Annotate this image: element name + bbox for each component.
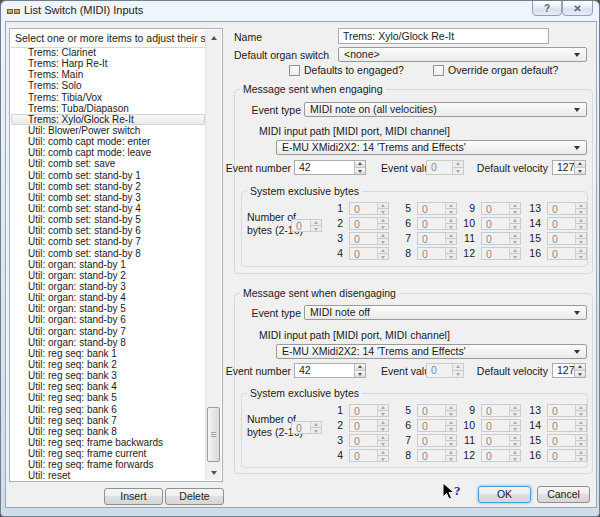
sysex-byte-number: 2: [319, 419, 343, 432]
disengaging-event-type-select[interactable]: MIDI note off: [304, 305, 587, 320]
list-item[interactable]: Util: reg seq: bank 5: [11, 392, 205, 403]
sysex-byte-number: 5: [387, 202, 411, 215]
titlebar-help-button[interactable]: ?: [532, 0, 562, 16]
list-item[interactable]: Util: organ: stand-by 2: [11, 270, 205, 281]
sysex-byte-number: 14: [517, 217, 541, 230]
spin-down-icon[interactable]: [574, 168, 585, 174]
list-item[interactable]: Util: comb set: stand-by 1: [11, 170, 205, 181]
list-item[interactable]: Util: comb capt mode: leave: [11, 147, 205, 158]
list-item[interactable]: Trems: Tibia/Vox: [11, 92, 205, 103]
name-input[interactable]: [338, 28, 549, 44]
engaging-midi-path-value: E-MU XMidi2X2: 14 'Trems and Effects': [282, 141, 466, 153]
sysex-byte-input: 0: [481, 217, 521, 230]
disengaging-default-velocity-input[interactable]: 127: [552, 363, 586, 378]
list-item[interactable]: Util: organ: stand-by 5: [11, 303, 205, 314]
delete-button[interactable]: Delete: [165, 488, 224, 505]
list-item[interactable]: Util: comb capt mode: enter: [11, 136, 205, 147]
list-item[interactable]: Trems: Harp Re-It: [11, 58, 205, 69]
sysex-byte-value: 0: [486, 405, 492, 417]
sysex-byte-value: 0: [486, 203, 492, 215]
sysex-byte-value: 0: [486, 218, 492, 230]
spin-up-icon[interactable]: [574, 364, 585, 371]
sysex-byte-value: 0: [354, 450, 360, 462]
sysex-byte-value: 0: [486, 435, 492, 447]
list-item[interactable]: Util: comb set: stand-by 2: [11, 181, 205, 192]
spin-down-icon[interactable]: [574, 371, 585, 377]
engaging-event-number-input[interactable]: 42: [294, 160, 366, 175]
defaults-to-engaged-checkbox[interactable]: [289, 65, 300, 76]
engaging-event-type-value: MIDI note on (all velocities): [310, 103, 437, 115]
sysex-byte-input: 0: [349, 247, 389, 260]
defaults-to-engaged-label: Defaults to engaged?: [304, 64, 404, 77]
list-item[interactable]: Util: reg seq: bank 3: [11, 370, 205, 381]
default-organ-switch-label: Default organ switch: [234, 49, 329, 62]
engaging-sysex-grid: 102030405060708090100110120130140150160: [1, 202, 600, 262]
sysex-byte-number: 12: [451, 449, 475, 462]
list-item[interactable]: Util: reg seq: bank 4: [11, 381, 205, 392]
sysex-byte-input: 0: [349, 232, 389, 245]
disengaging-event-number-value: 42: [299, 365, 311, 376]
sysex-byte-value: 0: [354, 248, 360, 260]
sysex-byte-number: 12: [451, 247, 475, 260]
sysex-byte-number: 14: [517, 419, 541, 432]
ok-button[interactable]: OK: [478, 486, 531, 503]
engaging-event-type-select[interactable]: MIDI note on (all velocities): [304, 102, 587, 117]
sysex-byte-value: 0: [552, 203, 558, 215]
default-organ-switch-select[interactable]: <none>: [338, 47, 587, 62]
sysex-byte-input: 0: [547, 404, 587, 417]
spin-down-icon: [575, 426, 586, 431]
list-item[interactable]: Util: reg seq: bank 2: [11, 359, 205, 370]
disengaging-midi-path-select[interactable]: E-MU XMidi2X2: 14 'Trems and Effects': [276, 344, 587, 359]
insert-button[interactable]: Insert: [104, 488, 163, 505]
engaging-default-velocity-input[interactable]: 127: [552, 160, 586, 175]
disengaging-default-velocity-value: 127: [557, 365, 575, 376]
list-item[interactable]: Util: reset: [11, 470, 205, 480]
sysex-byte-value: 0: [422, 420, 428, 432]
engaging-default-velocity-value: 127: [557, 162, 575, 173]
list-item[interactable]: Trems: Main: [11, 69, 205, 80]
sysex-byte-value: 0: [486, 420, 492, 432]
help-cursor-icon: ?: [442, 482, 468, 502]
engaging-midi-path-select[interactable]: E-MU XMidi2X2: 14 'Trems and Effects': [276, 140, 587, 155]
sysex-byte-number: 13: [517, 404, 541, 417]
disengaging-group-label: Message sent when disengaging: [240, 287, 399, 299]
spin-up-icon[interactable]: [354, 161, 365, 168]
list-item[interactable]: Trems: Xylo/Glock Re-It: [11, 114, 205, 125]
list-item[interactable]: Trems: Clarinet: [11, 47, 205, 58]
engaging-default-velocity-label: Default velocity: [451, 162, 548, 175]
list-item[interactable]: Util: comb set: save: [11, 158, 205, 169]
list-item[interactable]: Util: organ: stand-by 4: [11, 292, 205, 303]
spin-down-icon[interactable]: [354, 168, 365, 174]
list-item[interactable]: Util: organ: stand-by 6: [11, 314, 205, 325]
list-item[interactable]: Util: organ: stand-by 3: [11, 281, 205, 292]
sysex-byte-number: 1: [319, 202, 343, 215]
scroll-up-icon[interactable]: [206, 30, 221, 45]
disengaging-event-number-input[interactable]: 42: [294, 363, 366, 378]
sysex-byte-input: 0: [349, 434, 389, 447]
sysex-byte-value: 0: [422, 233, 428, 245]
list-item[interactable]: Util: organ: stand-by 8: [11, 337, 205, 348]
sysex-byte-input: 0: [547, 202, 587, 215]
sysex-byte-value: 0: [552, 405, 558, 417]
list-item[interactable]: Trems: Solo: [11, 80, 205, 91]
spin-down-icon[interactable]: [354, 371, 365, 377]
disengaging-event-number-label: Event number: [191, 365, 291, 378]
spin-up-icon[interactable]: [574, 161, 585, 168]
override-organ-default-checkbox[interactable]: [433, 65, 444, 76]
spin-up-icon[interactable]: [354, 364, 365, 371]
close-icon[interactable]: ✕: [562, 0, 593, 16]
sysex-byte-value: 0: [552, 450, 558, 462]
list-item[interactable]: Util: Blower/Power switch: [11, 125, 205, 136]
sysex-byte-number: 7: [387, 434, 411, 447]
cancel-button[interactable]: Cancel: [537, 486, 590, 503]
disengaging-midi-path-label: MIDI input path [MIDI port, MIDI channel…: [259, 329, 450, 342]
list-item[interactable]: Util: organ: stand-by 7: [11, 326, 205, 337]
list-item[interactable]: Util: reg seq: bank 1: [11, 348, 205, 359]
sysex-byte-number: 4: [319, 449, 343, 462]
scroll-down-icon[interactable]: [206, 465, 221, 480]
list-item[interactable]: Trems: Tuba/Diapason: [11, 103, 205, 114]
sysex-byte-value: 0: [354, 420, 360, 432]
sysex-byte-number: 7: [387, 232, 411, 245]
sysex-byte-number: 6: [387, 419, 411, 432]
sysex-byte-input: 0: [349, 217, 389, 230]
